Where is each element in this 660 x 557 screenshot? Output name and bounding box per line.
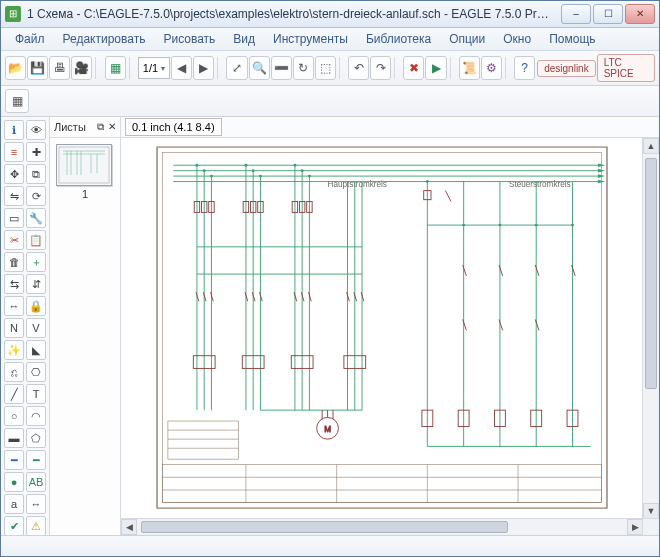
zoom-level-field[interactable]: 1/1 <box>138 57 170 79</box>
stop-button[interactable]: ✖ <box>403 56 424 80</box>
change-tool[interactable]: 🔧 <box>26 208 46 228</box>
menu-options[interactable]: Опции <box>441 30 493 48</box>
menu-file[interactable]: Файл <box>7 30 53 48</box>
gateswap-tool[interactable]: ⇵ <box>26 274 46 294</box>
menu-window[interactable]: Окно <box>495 30 539 48</box>
menu-edit[interactable]: Редактировать <box>55 30 154 48</box>
copy-tool[interactable]: ⧉ <box>26 164 46 184</box>
svg-point-100 <box>210 175 213 178</box>
svg-point-108 <box>462 224 465 227</box>
info-tool[interactable]: ℹ <box>4 120 24 140</box>
vertical-scroll-thumb[interactable] <box>645 158 657 389</box>
ltspice-button[interactable]: LTC SPICE <box>597 54 655 82</box>
smash-tool[interactable]: ✨ <box>4 340 24 360</box>
menu-tools[interactable]: Инструменты <box>265 30 356 48</box>
dock-icon[interactable]: ⧉ <box>97 122 104 132</box>
menu-library[interactable]: Библиотека <box>358 30 439 48</box>
vertical-scrollbar[interactable]: ▲ ▼ <box>642 138 659 519</box>
circle-tool[interactable]: ○ <box>4 406 24 426</box>
coord-bar: 0.1 inch (4.1 8.4) <box>121 117 659 138</box>
ulp-button[interactable]: ⚙ <box>481 56 502 80</box>
value-tool[interactable]: V <box>26 318 46 338</box>
zoom-redraw-button[interactable]: ↻ <box>293 56 314 80</box>
separator <box>339 57 345 79</box>
sheet-thumbnails: 1 <box>50 138 120 535</box>
name-tool[interactable]: N <box>4 318 24 338</box>
body: ℹ👁 ≡✚ ✥⧉ ⇋⟳ ▭🔧 ✂📋 🗑＋ ⇆⇵ ↔🔒 NV ✨◣ ⎌⎔ ╱T ○… <box>1 117 659 535</box>
undo-button[interactable]: ↶ <box>348 56 369 80</box>
zoom-select-button[interactable]: ⬚ <box>315 56 336 80</box>
sheets-title: Листы <box>54 121 86 133</box>
menu-draw[interactable]: Рисовать <box>155 30 223 48</box>
schematic-canvas[interactable]: Hauptstromkreis Steuerstromkreis <box>121 138 643 519</box>
bus-tool[interactable]: ━ <box>4 450 24 470</box>
grid-button[interactable]: ▦ <box>5 89 29 113</box>
board-switch-button[interactable]: ▦ <box>105 56 126 80</box>
canvas-viewport[interactable]: Hauptstromkreis Steuerstromkreis <box>121 138 659 535</box>
dimension-tool[interactable]: ↔ <box>26 494 46 514</box>
designlink-button[interactable]: designlink <box>537 60 595 77</box>
secondary-toolbar: ▦ <box>1 86 659 117</box>
horizontal-scrollbar[interactable]: ◀ ▶ <box>121 518 643 535</box>
group-tool[interactable]: ▭ <box>4 208 24 228</box>
help-button[interactable]: ? <box>514 56 535 80</box>
paste-tool[interactable]: 📋 <box>26 230 46 250</box>
add-tool[interactable]: ＋ <box>26 252 46 272</box>
menu-view[interactable]: Вид <box>225 30 263 48</box>
attribute-tool[interactable]: a <box>4 494 24 514</box>
zoom-fit-button[interactable]: ⤢ <box>226 56 247 80</box>
polygon-tool[interactable]: ⬠ <box>26 428 46 448</box>
junction-tool[interactable]: ● <box>4 472 24 492</box>
separator <box>505 57 511 79</box>
script-button[interactable]: 📜 <box>459 56 480 80</box>
sheet-thumbnail[interactable] <box>56 144 112 186</box>
scroll-down-icon[interactable]: ▼ <box>643 503 659 519</box>
svg-point-110 <box>535 224 538 227</box>
eye-tool[interactable]: 👁 <box>26 120 46 140</box>
cut-tool[interactable]: ✂ <box>4 230 24 250</box>
delete-tool[interactable]: 🗑 <box>4 252 24 272</box>
close-button[interactable]: ✕ <box>625 4 655 24</box>
sheets-close-icon[interactable]: ✕ <box>108 122 116 132</box>
erc-tool[interactable]: ✔ <box>4 516 24 535</box>
minimize-button[interactable]: – <box>561 4 591 24</box>
rect-tool[interactable]: ▬ <box>4 428 24 448</box>
open-button[interactable]: 📂 <box>5 56 26 80</box>
pinswap-tool[interactable]: ⇆ <box>4 274 24 294</box>
label-tool[interactable]: AB <box>26 472 46 492</box>
redo-button[interactable]: ↷ <box>370 56 391 80</box>
zoom-in-button[interactable]: 🔍 <box>249 56 270 80</box>
run-button[interactable]: ▶ <box>425 56 446 80</box>
errors-tool[interactable]: ⚠ <box>26 516 46 535</box>
wire-tool[interactable]: ╱ <box>4 384 24 404</box>
replace-tool[interactable]: ↔ <box>4 296 24 316</box>
invoke-tool[interactable]: ⎔ <box>26 362 46 382</box>
zoom-level-text: 1/1 <box>143 62 158 74</box>
coord-field[interactable]: 0.1 inch (4.1 8.4) <box>125 118 222 136</box>
scroll-left-icon[interactable]: ◀ <box>121 519 137 535</box>
menu-help[interactable]: Помощь <box>541 30 603 48</box>
layers-tool[interactable]: ≡ <box>4 142 24 162</box>
net-tool[interactable]: ━ <box>26 450 46 470</box>
mark-tool[interactable]: ✚ <box>26 142 46 162</box>
horizontal-scroll-thumb[interactable] <box>141 521 508 533</box>
move-tool[interactable]: ✥ <box>4 164 24 184</box>
cam-button[interactable]: 🎥 <box>71 56 92 80</box>
svg-point-107 <box>426 180 429 183</box>
scroll-up-icon[interactable]: ▲ <box>643 138 659 154</box>
print-button[interactable]: 🖶 <box>49 56 70 80</box>
maximize-button[interactable]: ☐ <box>593 4 623 24</box>
split-tool[interactable]: ⎌ <box>4 362 24 382</box>
miter-tool[interactable]: ◣ <box>26 340 46 360</box>
mirror-tool[interactable]: ⇋ <box>4 186 24 206</box>
sheet-next-button[interactable]: ▶ <box>193 56 214 80</box>
arc-tool[interactable]: ◠ <box>26 406 46 426</box>
sheet-prev-button[interactable]: ◀ <box>171 56 192 80</box>
save-button[interactable]: 💾 <box>27 56 48 80</box>
text-tool[interactable]: T <box>26 384 46 404</box>
lock-tool[interactable]: 🔒 <box>26 296 46 316</box>
scroll-right-icon[interactable]: ▶ <box>627 519 643 535</box>
zoom-out-button[interactable]: ➖ <box>271 56 292 80</box>
rotate-tool[interactable]: ⟳ <box>26 186 46 206</box>
scroll-corner <box>642 518 659 535</box>
